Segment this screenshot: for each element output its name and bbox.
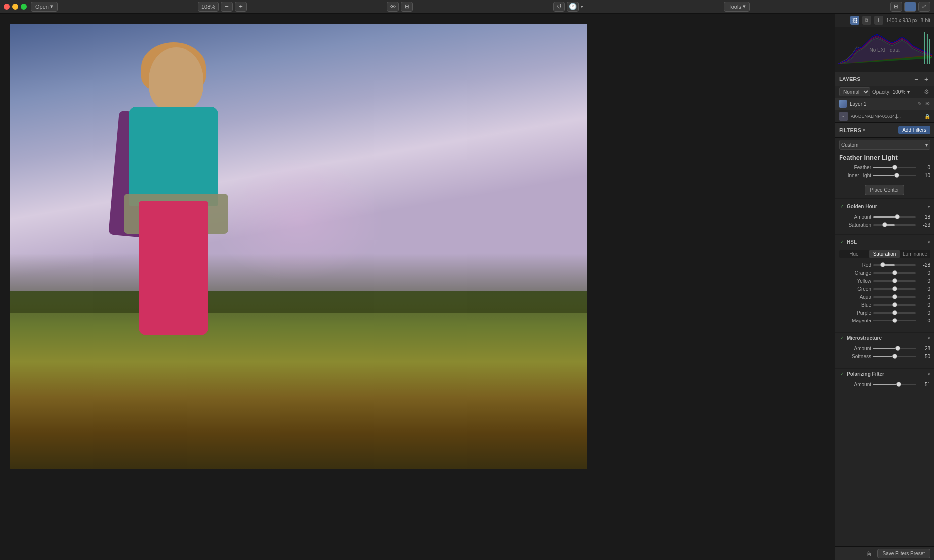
layers-icon-btn[interactable]: ⧉ [862, 16, 871, 25]
shirt [129, 107, 218, 206]
hsl-yellow-slider[interactable] [873, 280, 916, 282]
hsl-header[interactable]: ✓ HSL ▾ [835, 237, 934, 248]
filters-header: FILTERS ▾ Add Filters [835, 123, 934, 138]
history-controls: ↺ 🕐 ▾ [553, 2, 583, 12]
microstructure-softness-slider[interactable] [873, 356, 916, 357]
split-view-icon[interactable]: ⊟ [401, 2, 413, 12]
zoom-out-button[interactable]: − [221, 2, 233, 12]
info-bar: 🖼 ⧉ i 1400 x 933 px 8-bit [835, 14, 934, 27]
microstructure-amount-slider[interactable] [873, 348, 916, 349]
hsl-title: HSL [847, 240, 926, 245]
canvas-area[interactable] [0, 14, 835, 560]
zoom-display[interactable]: 108% [198, 2, 219, 12]
tools-chevron-icon: ▾ [743, 3, 746, 10]
hsl-aqua-value: 0 [918, 294, 930, 300]
hsl-green-value: 0 [918, 286, 930, 292]
layer-item-1[interactable]: Layer 1 ✎ 👁 [835, 98, 934, 110]
microstructure-header[interactable]: ✓ Microstructure ▾ [835, 333, 934, 344]
golden-hour-amount-slider[interactable] [873, 216, 916, 218]
info-icon-btn[interactable]: i [874, 16, 883, 25]
golden-hour-header[interactable]: ✓ Golden Hour ▾ [835, 201, 934, 212]
hsl-orange-label: Orange [839, 270, 871, 276]
golden-hour-saturation-slider[interactable] [873, 224, 916, 226]
eye-icon[interactable]: 👁 [387, 2, 399, 12]
microstructure-amount-label: Amount [839, 346, 871, 351]
custom-select[interactable]: Custom ▾ [839, 140, 930, 150]
divider-2 [835, 234, 934, 235]
layer-visible-btn[interactable]: 👁 [925, 101, 930, 107]
hsl-tab-saturation[interactable]: Saturation [869, 250, 900, 258]
hsl-magenta-slider[interactable] [873, 320, 916, 321]
polarizing-check-icon: ✓ [839, 371, 845, 377]
file-row: ▪ AK-DENALINP-01634.j... 🔒 [835, 110, 934, 122]
hsl-chevron-icon: ▾ [928, 240, 930, 245]
hsl-red-slider[interactable] [873, 264, 916, 266]
divider-1 [835, 198, 934, 199]
polarizing-amount-label: Amount [839, 382, 871, 387]
hsl-purple-slider[interactable] [873, 312, 916, 314]
layers-gear-btn[interactable]: ⚙ [922, 88, 930, 96]
polarizing-filter-header[interactable]: ✓ Polarizing Filter ▾ [835, 369, 934, 380]
layer-name: Layer 1 [850, 101, 914, 107]
open-chevron-icon: ▾ [50, 3, 53, 10]
layers-minus-btn[interactable]: − [912, 75, 920, 83]
inner-light-slider[interactable] [873, 175, 916, 176]
zoom-in-button[interactable]: + [235, 2, 247, 12]
blend-mode-select[interactable]: Normal [839, 87, 870, 96]
add-filters-button[interactable]: Add Filters [898, 126, 930, 134]
feather-value: 0 [918, 165, 930, 170]
sliders-icon[interactable]: ≡ [904, 2, 916, 12]
history-icon[interactable]: 🕐 [567, 2, 579, 12]
layers-title: LAYERS [839, 76, 910, 82]
layers-plus-btn[interactable]: + [922, 75, 930, 83]
traffic-lights [4, 4, 27, 10]
save-filters-preset-button[interactable]: Save Filters Preset [877, 549, 930, 558]
opacity-dropdown[interactable]: ▾ [907, 89, 910, 95]
layer-edit-btn[interactable]: ✎ [917, 101, 922, 107]
open-label: Open [35, 4, 49, 10]
hsl-blue-slider[interactable] [873, 304, 916, 306]
feather-slider[interactable] [873, 167, 916, 168]
main-area: 🖼 ⧉ i 1400 x 933 px 8-bit No EXIF data [0, 14, 934, 560]
microstructure-softness-label: Softness [839, 354, 871, 359]
tools-button[interactable]: Tools ▾ [724, 2, 750, 12]
polarizing-amount-slider[interactable] [873, 384, 916, 385]
hsl-tabs: Hue Saturation Luminance [839, 250, 930, 258]
image-icon[interactable]: 🖼 [850, 16, 859, 25]
hsl-yellow-label: Yellow [839, 278, 871, 284]
grid-icon[interactable]: ⊞ [890, 2, 902, 12]
view-controls: 👁 ⊟ [387, 2, 413, 12]
minimize-button[interactable] [12, 4, 18, 10]
hsl-orange-value: 0 [918, 270, 930, 276]
hsl-sliders: Red -28 Orange [835, 260, 934, 328]
bit-depth-label: 8-bit [921, 18, 930, 23]
file-icon: ▪ [839, 112, 848, 121]
hsl-aqua-slider[interactable] [873, 296, 916, 298]
hsl-tab-hue[interactable]: Hue [839, 250, 869, 258]
hsl-red-label: Red [839, 262, 871, 268]
layers-section-header[interactable]: LAYERS − + [835, 72, 934, 86]
filters-chevron-icon: ▾ [863, 128, 865, 133]
microstructure-chevron-icon: ▾ [928, 336, 930, 341]
microstructure-sliders: Amount 28 Softness [835, 344, 934, 364]
undo-icon[interactable]: ↺ [553, 2, 565, 12]
maximize-button[interactable] [21, 4, 27, 10]
figure [114, 47, 253, 335]
hsl-blue-label: Blue [839, 302, 871, 308]
golden-hour-amount-label: Amount [839, 214, 871, 220]
hsl-orange-slider[interactable] [873, 272, 916, 274]
place-center-button[interactable]: Place Center [865, 185, 905, 195]
hsl-green-row: Green 0 [839, 286, 930, 292]
close-button[interactable] [4, 4, 10, 10]
histogram-area: No EXIF data [835, 27, 934, 72]
hsl-green-slider[interactable] [873, 288, 916, 290]
expand-icon[interactable]: ⤢ [918, 2, 930, 12]
open-button[interactable]: Open ▾ [31, 2, 58, 12]
custom-chevron-icon: ▾ [925, 142, 928, 148]
opacity-value: 100% [893, 89, 906, 95]
golden-hour-saturation-row: Saturation -23 [839, 222, 930, 228]
feather-section: Feather 0 Inner Light 10 [835, 163, 934, 183]
hsl-purple-row: Purple 0 [839, 310, 930, 316]
hsl-tab-luminance[interactable]: Luminance [900, 250, 930, 258]
hsl-aqua-label: Aqua [839, 294, 871, 300]
